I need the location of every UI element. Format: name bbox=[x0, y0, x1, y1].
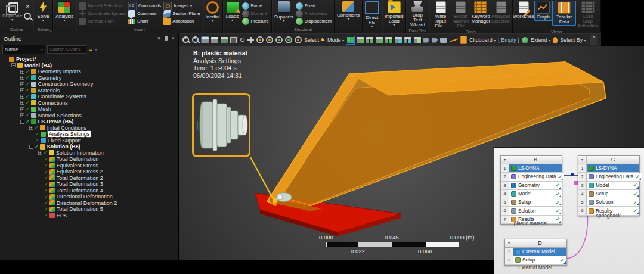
schematic-cell-d1-external-model[interactable]: 1External Model bbox=[505, 248, 566, 256]
system-menu-caret-icon[interactable]: ▾ bbox=[578, 156, 587, 164]
expand-toggle[interactable]: + bbox=[29, 126, 33, 130]
ribbon-button-displacement[interactable]: Displacement bbox=[295, 17, 333, 25]
schematic-cell-c4-setup[interactable]: 4Setup✓ bbox=[578, 190, 639, 198]
selectby-label[interactable]: Select By ▾ bbox=[560, 37, 586, 43]
ribbon-button-analysis[interactable]: Analysis▾ bbox=[54, 1, 75, 23]
ribbon-button-worksheet[interactable]: Worksheet bbox=[514, 1, 534, 20]
select-mode-icon[interactable] bbox=[346, 36, 354, 44]
tree-item-equivalent-stress-2[interactable]: ✓Equivalent Stress 2 bbox=[0, 169, 178, 175]
ribbon-button-tabular-data[interactable]: Tabular Data bbox=[552, 1, 577, 26]
expand-toggle[interactable]: + bbox=[20, 82, 24, 86]
select-cursor-icon[interactable] bbox=[321, 38, 326, 42]
ribbon-button-inertial[interactable]: Inertial▾ bbox=[205, 1, 221, 23]
tree-item-construction-geometry[interactable]: +✓Construction Geometry bbox=[0, 81, 178, 88]
zoom-probe-3-icon[interactable] bbox=[275, 36, 283, 43]
name-filter-select[interactable]: Name ▾ bbox=[2, 45, 45, 54]
chart-curve-icon[interactable] bbox=[449, 36, 459, 44]
tree-item-total-deformation-4[interactable]: ✓Total Deformation 4 bbox=[0, 188, 178, 194]
select-label[interactable]: Select bbox=[304, 37, 319, 43]
wireframe-icon[interactable] bbox=[211, 37, 218, 43]
filter-vertex-icon[interactable] bbox=[357, 37, 364, 43]
close-icon[interactable]: × bbox=[172, 35, 175, 41]
schematic-cell-c1-ls-dyna[interactable]: 1LS-DYNA bbox=[578, 164, 639, 173]
ribbon-button-loads[interactable]: Loads▾ bbox=[224, 1, 241, 23]
chevron-down-icon[interactable]: ▾ bbox=[95, 47, 97, 51]
ribbon-button-direct-fe[interactable]: Direct FE▾ bbox=[364, 1, 380, 29]
ribbon-button-section-plane[interactable]: Section Plane bbox=[162, 10, 201, 17]
tree-item-mesh[interactable]: +✓Mesh bbox=[0, 106, 178, 113]
ribbon-button-supports[interactable]: Supports▾ bbox=[273, 1, 295, 23]
zoom-probe-2-icon[interactable] bbox=[266, 36, 273, 43]
ribbon-button-duplicate[interactable]: Duplicate▾ bbox=[1, 1, 23, 22]
filter-face-icon[interactable] bbox=[376, 37, 383, 43]
shaded-exterior-icon[interactable] bbox=[202, 37, 209, 43]
ribbon-button-annotation[interactable]: Annotation bbox=[162, 17, 201, 25]
ribbon-button-close[interactable]: × bbox=[23, 2, 32, 11]
tree-item-named-selections[interactable]: +✓Named Selections bbox=[0, 113, 178, 119]
schematic-cell-c3-model[interactable]: 3Model✓ bbox=[578, 182, 639, 190]
ribbon-button-export-nastran-file[interactable]: Export Nastran File bbox=[451, 1, 471, 29]
filter-node-icon[interactable] bbox=[404, 37, 411, 43]
collapse-toggle[interactable]: − bbox=[29, 145, 33, 149]
ribbon-button-remote-point[interactable]: Remote Point bbox=[78, 17, 127, 25]
system-name-external-model[interactable]: External Model bbox=[518, 264, 552, 270]
tree-item-materials[interactable]: +✓Materials bbox=[0, 88, 178, 94]
clipboard-label[interactable]: Clipboard ▾ bbox=[469, 37, 496, 43]
expand-toggle[interactable]: + bbox=[20, 70, 24, 74]
tree-item-directional-deformation-2[interactable]: ✓Directional Deformation 2 bbox=[0, 200, 178, 207]
zoom-probe-4-icon[interactable] bbox=[285, 36, 292, 43]
ribbon-button-drop-test-wizard[interactable]: Drop Test Wizard bbox=[407, 1, 428, 28]
tree-item-fixed-support[interactable]: ✓Fixed Support bbox=[0, 138, 178, 144]
comment-bubble-icon[interactable] bbox=[440, 38, 447, 43]
extend-label[interactable]: Extend ▾ bbox=[531, 37, 551, 43]
zoom-probe-1-icon[interactable] bbox=[256, 36, 264, 43]
system-menu-caret-icon[interactable]: ▾ bbox=[505, 239, 513, 247]
tree-item-coordinate-systems[interactable]: +✓Coordinate Systems bbox=[0, 94, 178, 100]
tree-item-initial-conditions[interactable]: +✓Initial Conditions bbox=[0, 125, 178, 132]
ribbon-button-analyses-selection[interactable]: Analyses Selection bbox=[491, 1, 511, 24]
dialog-launcher-icon[interactable]: ↘ bbox=[49, 29, 52, 33]
schematic-cell-c5-solution[interactable]: 5Solution✓ bbox=[578, 198, 639, 207]
ribbon-button-coordinate-system[interactable]: Coordinate System bbox=[78, 10, 127, 17]
mode-label[interactable]: Mode ▾ bbox=[327, 37, 344, 43]
pan-icon[interactable] bbox=[247, 37, 254, 43]
clipboard-icon[interactable] bbox=[460, 36, 467, 44]
filter-edge-icon[interactable] bbox=[366, 37, 373, 43]
expand-toggle[interactable]: + bbox=[20, 95, 24, 99]
schematic-cell-b1-ls-dyna[interactable]: 1LS-DYNA bbox=[501, 164, 562, 173]
collapse-toggle[interactable]: − bbox=[20, 120, 24, 124]
ribbon-button-graph[interactable]: Graph bbox=[534, 1, 552, 21]
tree-item-total-deformation-2[interactable]: ✓Total Deformation 2 bbox=[0, 175, 178, 182]
expand-toggle[interactable]: + bbox=[20, 101, 24, 105]
expand-toggle[interactable]: + bbox=[20, 107, 24, 111]
tree-item-model-b4[interactable]: −Model (B4) bbox=[0, 63, 178, 69]
tree-item-total-deformation-3[interactable]: ✓Total Deformation 3 bbox=[0, 181, 178, 188]
ribbon-button-write-input-file[interactable]: Write Input File... bbox=[431, 1, 451, 29]
filter-element-icon[interactable] bbox=[414, 37, 421, 43]
tree-item-eps[interactable]: ✓EPS bbox=[0, 213, 178, 219]
system-name-plastic-material[interactable]: plastic material bbox=[514, 220, 548, 226]
zoom-probe-5-icon[interactable] bbox=[295, 36, 302, 43]
ribbon-button-solve[interactable]: Solve▾ bbox=[35, 1, 51, 23]
collapse-toggle[interactable]: − bbox=[11, 63, 16, 67]
tree-item-total-deformation[interactable]: ✓Total Deformation bbox=[0, 156, 178, 163]
tree-item-project[interactable]: Project* bbox=[0, 56, 178, 63]
selectby-pin-icon[interactable] bbox=[553, 37, 558, 43]
ribbon-button-frictionless[interactable]: Frictionless bbox=[295, 10, 333, 17]
schematic-cell-b3-geometry[interactable]: 3Geometry✓ bbox=[501, 182, 562, 190]
tree-item-connections[interactable]: +✓Connections bbox=[0, 100, 178, 107]
tree-item-directional-deformation[interactable]: ✓Directional Deformation bbox=[0, 194, 178, 200]
zoom-out-icon[interactable]: − bbox=[192, 36, 199, 43]
flag-label-icon[interactable] bbox=[432, 38, 438, 43]
system-menu-caret-icon[interactable]: ▾ bbox=[501, 156, 509, 164]
ribbon-button-moment[interactable]: Moment bbox=[241, 10, 270, 17]
expand-toggle[interactable]: + bbox=[38, 151, 42, 155]
schematic-cell-b2-engineering-data[interactable]: 2Engineering Data✓ bbox=[501, 173, 562, 181]
tree-item-total-deformation-5[interactable]: ✓Total Deformation 5 bbox=[0, 206, 178, 213]
ribbon-button-comment[interactable]: Comment bbox=[127, 10, 162, 17]
tree-item-ls-dyna-b5[interactable]: −✓LS-DYNA (B5) bbox=[0, 119, 178, 125]
ribbon-button-keyword-manager[interactable]: Keyword Manager bbox=[471, 1, 491, 24]
ribbon-button-commands[interactable]: Commands bbox=[127, 2, 162, 10]
tree-item-equivalent-stress[interactable]: ✓Equivalent Stress bbox=[0, 163, 178, 169]
tree-item-solution-information[interactable]: +✓Solution Information bbox=[0, 150, 178, 157]
